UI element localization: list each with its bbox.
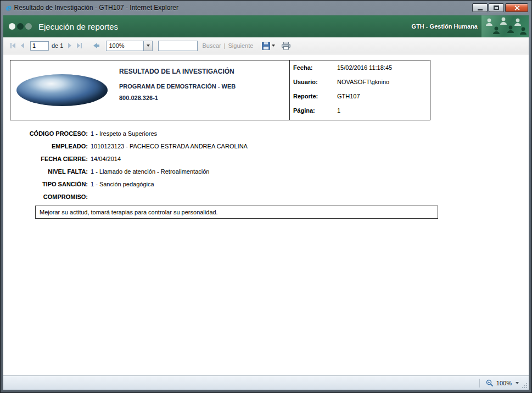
page-title: Ejecución de reportes	[38, 22, 118, 31]
meta-row: Usuario: NOVASOFT\gknino	[293, 78, 430, 86]
next-page-icon	[68, 43, 71, 48]
page-number-input[interactable]	[30, 41, 49, 51]
search-input[interactable]	[158, 41, 198, 51]
meta-label: Reporte:	[293, 92, 337, 100]
last-page-button[interactable]	[75, 41, 83, 50]
field-value: 1 - Llamado de atención - Retroalimentac…	[91, 168, 209, 175]
back-icon	[93, 43, 97, 48]
report-header-text: RESULTADO DE LA INVESTIGACIÓN PROGRAMA D…	[114, 60, 289, 120]
field-value: 1 - Irespeto a Superiores	[91, 130, 157, 137]
close-icon	[514, 5, 520, 11]
maximize-button[interactable]	[489, 3, 504, 12]
zoom-select[interactable]: 100%	[106, 41, 153, 51]
company-name: PROGRAMA DE DEMOSTRACIÓN - WEB	[119, 83, 289, 90]
meta-label: Usuario:	[293, 78, 337, 86]
earth-logo	[16, 74, 108, 106]
field-row: FECHA CIERRE: 14/04/2014	[10, 155, 522, 163]
export-icon	[262, 42, 270, 50]
field-row: NIVEL FALTA: 1 - Llamado de atención - R…	[10, 168, 522, 175]
find-button[interactable]: Buscar	[202, 42, 221, 49]
maximize-icon	[494, 5, 499, 10]
first-page-button[interactable]	[9, 41, 17, 50]
dot-icon	[25, 23, 32, 30]
zoom-select-button[interactable]	[143, 41, 152, 51]
minimize-icon	[478, 9, 483, 10]
close-button[interactable]	[505, 3, 528, 12]
report-fields: CÓDIGO PROCESO: 1 - Irespeto a Superiore…	[10, 130, 522, 201]
resize-grip[interactable]	[522, 383, 528, 389]
first-page-icon	[12, 43, 15, 48]
field-label: COMPROMISO:	[10, 193, 91, 201]
ie-logo-icon: e	[5, 3, 11, 13]
field-value: 1 - Sanción pedagógica	[91, 180, 154, 188]
report-toolbar: de 1 100% Buscar | Siguiente	[3, 37, 529, 54]
field-label: FECHA CIERRE:	[10, 155, 91, 163]
export-button[interactable]	[262, 42, 275, 50]
zoom-icon	[486, 379, 494, 387]
resize-grip-icon	[522, 383, 528, 389]
chevron-down-icon[interactable]	[516, 382, 519, 384]
field-value: 14/04/2014	[91, 155, 121, 163]
field-value: 1010123123 - PACHECO ESTRADA ANDREA CARO…	[91, 142, 248, 150]
people-graphic	[481, 15, 529, 37]
company-id: 800.028.326-1	[119, 95, 289, 101]
minimize-button[interactable]	[472, 3, 488, 12]
field-label: TIPO SANCIÓN:	[10, 180, 91, 188]
meta-row: Reporte: GTH107	[293, 92, 430, 100]
field-row: TIPO SANCIÓN: 1 - Sanción pedagógica	[10, 180, 522, 188]
decorative-dots	[9, 23, 32, 30]
last-page-icon	[77, 43, 80, 48]
report-header: RESULTADO DE LA INVESTIGACIÓN PROGRAMA D…	[10, 60, 430, 120]
brand-label: GTH - Gestión Humana	[412, 23, 478, 30]
meta-label: Página:	[293, 107, 337, 114]
meta-label: Fecha:	[293, 64, 337, 71]
dot-icon	[17, 23, 24, 30]
field-label: CÓDIGO PROCESO:	[10, 130, 91, 137]
find-separator: |	[224, 42, 226, 49]
status-zoom-level[interactable]: 100%	[496, 380, 512, 386]
brand-area: GTH - Gestión Humana	[412, 15, 529, 37]
back-icon	[97, 45, 99, 47]
meta-row: Fecha: 15/02/2016 11:18:45	[293, 64, 430, 71]
previous-page-button[interactable]	[19, 41, 26, 50]
field-row: CÓDIGO PROCESO: 1 - Irespeto a Superiore…	[10, 130, 522, 137]
back-to-parent-button[interactable]	[93, 43, 99, 48]
find-next-button[interactable]: Siguiente	[228, 42, 254, 49]
meta-row: Página: 1	[293, 107, 430, 114]
report-title: RESULTADO DE LA INVESTIGACIÓN	[119, 68, 289, 75]
meta-value: NOVASOFT\gknino	[337, 78, 389, 86]
print-icon	[282, 42, 290, 50]
window-controls	[471, 3, 528, 12]
chevron-down-icon	[147, 45, 150, 47]
previous-page-icon	[21, 43, 24, 48]
chevron-down-icon	[272, 45, 275, 47]
dot-icon	[9, 23, 15, 30]
logo-cell	[10, 60, 114, 120]
commitment-box: Mejorar su actitud, tomará terapias para…	[35, 206, 438, 219]
title-bar[interactable]: e Resultado de Investigación - GTH107 - …	[1, 1, 531, 15]
window-title: Resultado de Investigación - GTH107 - In…	[14, 4, 471, 12]
people-icon	[481, 15, 529, 37]
field-label: EMPLEADO:	[10, 142, 91, 150]
page-count-label: de 1	[52, 42, 63, 49]
status-bar: 100%	[3, 375, 529, 390]
ie-window: e Resultado de Investigación - GTH107 - …	[0, 0, 532, 393]
app-header: Ejecución de reportes GTH - Gestión Huma…	[3, 15, 529, 37]
meta-value: 15/02/2016 11:18:45	[337, 64, 392, 71]
field-row: EMPLEADO: 1010123123 - PACHECO ESTRADA A…	[10, 142, 522, 150]
meta-value: 1	[337, 107, 340, 114]
next-page-button[interactable]	[66, 41, 73, 50]
first-page-icon	[10, 43, 12, 48]
window-body: Ejecución de reportes GTH - Gestión Huma…	[3, 15, 529, 390]
print-button[interactable]	[282, 42, 290, 50]
report-canvas: RESULTADO DE LA INVESTIGACIÓN PROGRAMA D…	[3, 54, 529, 375]
zoom-select-value: 100%	[107, 41, 143, 51]
meta-value: GTH107	[337, 92, 360, 100]
last-page-icon	[81, 43, 82, 48]
status-separator	[479, 379, 480, 388]
report-meta: Fecha: 15/02/2016 11:18:45 Usuario: NOVA…	[289, 60, 430, 120]
field-row: COMPROMISO:	[10, 193, 522, 201]
field-label: NIVEL FALTA:	[10, 168, 91, 175]
